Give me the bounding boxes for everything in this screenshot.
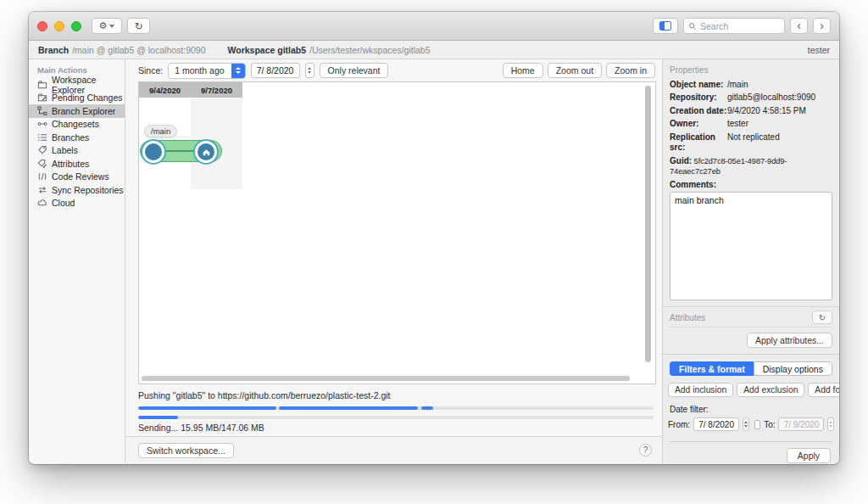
date-column-2: 9/7/2020	[191, 82, 242, 98]
merge-arrow-icon	[164, 150, 195, 152]
search-icon	[688, 22, 697, 31]
vertical-scrollbar[interactable]	[645, 86, 651, 362]
search-input[interactable]	[700, 21, 775, 31]
sidebar-item-branch-explorer[interactable]: Branch Explorer	[29, 104, 125, 118]
refresh-attributes-button[interactable]: ↻	[812, 311, 832, 324]
changeset-node-home[interactable]	[193, 139, 219, 165]
changeset-nodes-icon	[37, 119, 47, 129]
since-date-stepper[interactable]	[305, 63, 314, 78]
branch-diagram-canvas[interactable]: 9/4/2020 9/7/2020 /main	[138, 81, 656, 384]
only-relevant-toggle[interactable]: Only relevant	[320, 63, 389, 78]
push-status-area: Pushing "gitlab5" to https://github.com/…	[125, 384, 662, 436]
select-arrows-icon	[231, 63, 245, 79]
horizontal-scrollbar[interactable]	[142, 376, 630, 381]
sidebar-item-cloud[interactable]: Cloud	[29, 197, 125, 210]
title-bar: ⚙ ↻ ‹ ›	[29, 12, 839, 41]
sidebar-item-code-reviews[interactable]: Code Reviews	[29, 171, 125, 184]
apply-filters-button[interactable]: Apply	[787, 448, 831, 463]
minimize-button[interactable]	[54, 21, 64, 31]
forward-button[interactable]: ›	[813, 18, 831, 34]
to-date-input[interactable]	[778, 417, 824, 431]
home-icon	[202, 148, 211, 157]
from-date-input[interactable]	[693, 417, 739, 431]
workspace-footer: Switch workspace... ?	[125, 436, 662, 463]
tag-edit-icon	[37, 159, 47, 169]
add-inclusion-button[interactable]: Add inclusion	[668, 383, 733, 397]
toggle-sidebar-button[interactable]	[653, 18, 678, 34]
since-label: Since:	[138, 65, 163, 76]
diagram-toolbar: Since: 1 month ago Only relevant Home Zo…	[125, 59, 662, 81]
to-date-checkbox[interactable]	[754, 420, 761, 429]
branch-tree-icon	[37, 106, 47, 116]
settings-menu-button[interactable]: ⚙	[92, 18, 122, 34]
date-column-header: 9/4/2020 9/7/2020	[139, 82, 242, 98]
date-column-1: 9/4/2020	[139, 82, 191, 98]
tab-display-options[interactable]: Display options	[754, 361, 832, 376]
property-row: Creation date:9/4/2020 4:58:15 PM	[663, 104, 839, 118]
sidebar-toggle-icon	[659, 21, 671, 31]
sidebar-item-branches[interactable]: Branches	[29, 131, 125, 144]
workspace-label: Workspace gitlab5	[228, 45, 307, 55]
property-row: Object name:/main	[663, 78, 839, 92]
sidebar-item-workspace-explorer[interactable]: Workspace Explorer	[29, 78, 125, 92]
date-filter-label: Date filter:	[663, 397, 839, 417]
app-window: ⚙ ↻ ‹ ›	[29, 12, 839, 464]
sidebar-item-labels[interactable]: Labels	[29, 144, 125, 158]
help-button[interactable]: ?	[639, 444, 652, 456]
breadcrumb: Branch /main @ gitlab5 @ localhost:9090 …	[29, 41, 839, 59]
home-button[interactable]: Home	[503, 63, 543, 78]
back-button[interactable]: ‹	[790, 18, 808, 34]
sidebar-item-changesets[interactable]: Changesets	[29, 118, 125, 132]
desktop-background: ⚙ ↻ ‹ ›	[0, 0, 868, 504]
close-button[interactable]	[37, 21, 47, 31]
list-icon	[37, 132, 47, 143]
help-icon: ?	[643, 445, 648, 455]
sidebar-item-pending-changes[interactable]: Pending Changes	[29, 92, 125, 105]
chevron-down-icon	[109, 25, 114, 28]
push-message: Pushing "gitlab5" to https://github.com/…	[138, 390, 654, 401]
push-progress-total	[138, 406, 654, 410]
divider	[663, 354, 839, 355]
attributes-header: Attributes ↻	[663, 307, 839, 327]
guid-row: Guid: 5fc2d7c8-05e1-4987-9dd9-74eaec7c27…	[663, 154, 839, 178]
comments-textarea[interactable]: main branch	[670, 192, 832, 300]
sidebar: Main Actions Workspace Explorer Pending …	[29, 59, 125, 463]
filters-tabs: Filters & format Display options	[663, 361, 839, 376]
sync-arrows-icon	[37, 185, 47, 195]
current-user: tester	[808, 45, 830, 55]
sidebar-item-attributes[interactable]: Attributes	[29, 157, 125, 171]
apply-attributes-button[interactable]: Apply attributes...	[747, 333, 832, 348]
from-label: From:	[668, 420, 690, 429]
tab-filters-format[interactable]: Filters & format	[670, 361, 754, 376]
switch-workspace-button[interactable]: Switch workspace...	[138, 443, 234, 458]
branch-label: Branch	[38, 45, 69, 55]
branch-name-pill[interactable]: /main	[144, 125, 177, 137]
refresh-icon: ↻	[134, 20, 142, 32]
zoom-button[interactable]	[71, 21, 81, 31]
add-exclusion-button[interactable]: Add exclusion	[737, 383, 804, 397]
zoom-out-button[interactable]: Zoom out	[548, 63, 602, 78]
branch-explorer-panel: Since: 1 month ago Only relevant Home Zo…	[125, 59, 663, 463]
to-date-stepper[interactable]	[827, 417, 834, 431]
date-filter-row: From: To:	[663, 417, 839, 431]
properties-title: Properties	[663, 59, 839, 78]
push-progress-current	[138, 416, 654, 419]
changeset-node[interactable]	[141, 139, 166, 165]
code-review-icon	[37, 171, 47, 182]
property-row: Repository:gitlab5@localhost:9090	[663, 92, 839, 105]
search-box[interactable]	[683, 18, 785, 34]
workspace-path: /Users/tester/wkspaces/gitlab5	[309, 45, 430, 55]
zoom-in-button[interactable]: Zoom in	[606, 63, 655, 78]
sidebar-item-sync-repositories[interactable]: Sync Repositories	[29, 183, 125, 197]
folder-icon	[37, 80, 47, 90]
since-date-input[interactable]	[251, 63, 300, 78]
attributes-title: Attributes	[670, 313, 705, 322]
forward-icon: ›	[820, 19, 824, 32]
folder-edit-icon	[37, 92, 47, 103]
from-date-stepper[interactable]	[743, 417, 749, 431]
add-format-dropdown[interactable]: Add format	[808, 383, 839, 397]
window-controls	[37, 21, 81, 31]
since-select[interactable]: 1 month ago	[168, 63, 245, 79]
refresh-button[interactable]: ↻	[127, 18, 150, 34]
branch-value: /main @ gitlab5 @ localhost:9090	[72, 45, 205, 55]
